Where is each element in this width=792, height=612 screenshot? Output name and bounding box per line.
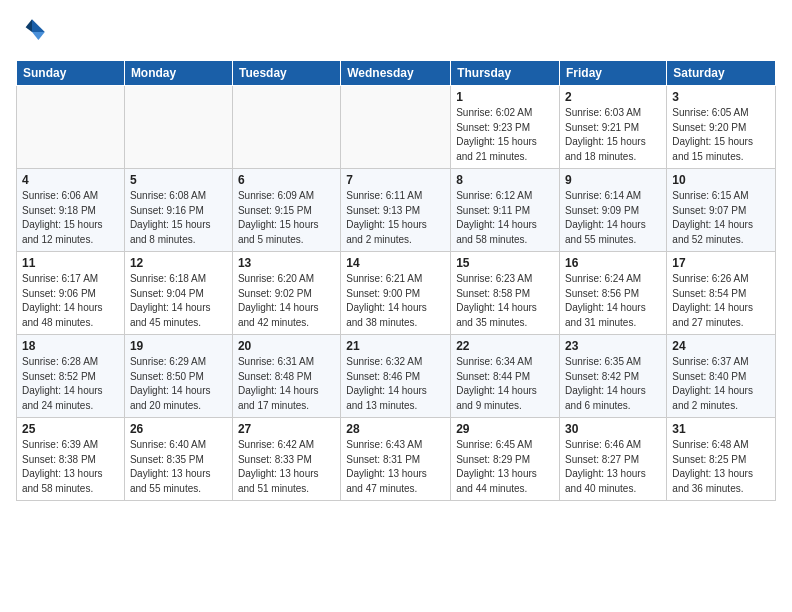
header-sunday: Sunday (17, 61, 125, 86)
day-info: Sunrise: 6:39 AMSunset: 8:38 PMDaylight:… (22, 438, 119, 496)
day-number: 4 (22, 173, 119, 187)
day-cell: 13Sunrise: 6:20 AMSunset: 9:02 PMDayligh… (232, 252, 340, 335)
day-info: Sunrise: 6:20 AMSunset: 9:02 PMDaylight:… (238, 272, 335, 330)
day-cell: 27Sunrise: 6:42 AMSunset: 8:33 PMDayligh… (232, 418, 340, 501)
day-cell: 25Sunrise: 6:39 AMSunset: 8:38 PMDayligh… (17, 418, 125, 501)
day-number: 15 (456, 256, 554, 270)
day-number: 27 (238, 422, 335, 436)
day-info: Sunrise: 6:32 AMSunset: 8:46 PMDaylight:… (346, 355, 445, 413)
week-row-5: 25Sunrise: 6:39 AMSunset: 8:38 PMDayligh… (17, 418, 776, 501)
day-info: Sunrise: 6:40 AMSunset: 8:35 PMDaylight:… (130, 438, 227, 496)
day-number: 19 (130, 339, 227, 353)
day-info: Sunrise: 6:12 AMSunset: 9:11 PMDaylight:… (456, 189, 554, 247)
day-info: Sunrise: 6:24 AMSunset: 8:56 PMDaylight:… (565, 272, 661, 330)
day-number: 14 (346, 256, 445, 270)
week-row-4: 18Sunrise: 6:28 AMSunset: 8:52 PMDayligh… (17, 335, 776, 418)
day-number: 25 (22, 422, 119, 436)
day-info: Sunrise: 6:48 AMSunset: 8:25 PMDaylight:… (672, 438, 770, 496)
calendar: SundayMondayTuesdayWednesdayThursdayFrid… (16, 60, 776, 501)
day-info: Sunrise: 6:31 AMSunset: 8:48 PMDaylight:… (238, 355, 335, 413)
day-number: 17 (672, 256, 770, 270)
day-info: Sunrise: 6:11 AMSunset: 9:13 PMDaylight:… (346, 189, 445, 247)
svg-marker-0 (32, 19, 45, 32)
day-info: Sunrise: 6:34 AMSunset: 8:44 PMDaylight:… (456, 355, 554, 413)
header-wednesday: Wednesday (341, 61, 451, 86)
day-info: Sunrise: 6:46 AMSunset: 8:27 PMDaylight:… (565, 438, 661, 496)
week-row-2: 4Sunrise: 6:06 AMSunset: 9:18 PMDaylight… (17, 169, 776, 252)
day-cell: 15Sunrise: 6:23 AMSunset: 8:58 PMDayligh… (451, 252, 560, 335)
header-monday: Monday (124, 61, 232, 86)
day-cell: 6Sunrise: 6:09 AMSunset: 9:15 PMDaylight… (232, 169, 340, 252)
day-info: Sunrise: 6:23 AMSunset: 8:58 PMDaylight:… (456, 272, 554, 330)
day-number: 2 (565, 90, 661, 104)
day-info: Sunrise: 6:42 AMSunset: 8:33 PMDaylight:… (238, 438, 335, 496)
day-number: 9 (565, 173, 661, 187)
day-cell: 5Sunrise: 6:08 AMSunset: 9:16 PMDaylight… (124, 169, 232, 252)
day-number: 29 (456, 422, 554, 436)
day-info: Sunrise: 6:17 AMSunset: 9:06 PMDaylight:… (22, 272, 119, 330)
day-cell: 1Sunrise: 6:02 AMSunset: 9:23 PMDaylight… (451, 86, 560, 169)
day-info: Sunrise: 6:29 AMSunset: 8:50 PMDaylight:… (130, 355, 227, 413)
day-cell: 26Sunrise: 6:40 AMSunset: 8:35 PMDayligh… (124, 418, 232, 501)
day-number: 12 (130, 256, 227, 270)
day-info: Sunrise: 6:09 AMSunset: 9:15 PMDaylight:… (238, 189, 335, 247)
day-cell: 9Sunrise: 6:14 AMSunset: 9:09 PMDaylight… (560, 169, 667, 252)
day-number: 6 (238, 173, 335, 187)
day-cell (232, 86, 340, 169)
day-info: Sunrise: 6:06 AMSunset: 9:18 PMDaylight:… (22, 189, 119, 247)
day-number: 22 (456, 339, 554, 353)
day-cell: 8Sunrise: 6:12 AMSunset: 9:11 PMDaylight… (451, 169, 560, 252)
header-friday: Friday (560, 61, 667, 86)
day-cell: 16Sunrise: 6:24 AMSunset: 8:56 PMDayligh… (560, 252, 667, 335)
logo-icon (16, 16, 48, 48)
day-info: Sunrise: 6:43 AMSunset: 8:31 PMDaylight:… (346, 438, 445, 496)
day-info: Sunrise: 6:18 AMSunset: 9:04 PMDaylight:… (130, 272, 227, 330)
day-number: 5 (130, 173, 227, 187)
svg-marker-1 (32, 32, 45, 40)
day-number: 7 (346, 173, 445, 187)
day-number: 8 (456, 173, 554, 187)
day-info: Sunrise: 6:21 AMSunset: 9:00 PMDaylight:… (346, 272, 445, 330)
day-cell: 22Sunrise: 6:34 AMSunset: 8:44 PMDayligh… (451, 335, 560, 418)
day-number: 10 (672, 173, 770, 187)
day-cell (124, 86, 232, 169)
day-number: 18 (22, 339, 119, 353)
day-number: 23 (565, 339, 661, 353)
header-saturday: Saturday (667, 61, 776, 86)
day-info: Sunrise: 6:05 AMSunset: 9:20 PMDaylight:… (672, 106, 770, 164)
day-number: 21 (346, 339, 445, 353)
day-cell (17, 86, 125, 169)
day-info: Sunrise: 6:45 AMSunset: 8:29 PMDaylight:… (456, 438, 554, 496)
day-number: 13 (238, 256, 335, 270)
day-cell: 7Sunrise: 6:11 AMSunset: 9:13 PMDaylight… (341, 169, 451, 252)
header-tuesday: Tuesday (232, 61, 340, 86)
page-header (16, 16, 776, 48)
day-info: Sunrise: 6:02 AMSunset: 9:23 PMDaylight:… (456, 106, 554, 164)
day-info: Sunrise: 6:37 AMSunset: 8:40 PMDaylight:… (672, 355, 770, 413)
header-thursday: Thursday (451, 61, 560, 86)
day-cell: 11Sunrise: 6:17 AMSunset: 9:06 PMDayligh… (17, 252, 125, 335)
day-cell: 17Sunrise: 6:26 AMSunset: 8:54 PMDayligh… (667, 252, 776, 335)
day-cell: 19Sunrise: 6:29 AMSunset: 8:50 PMDayligh… (124, 335, 232, 418)
day-cell: 18Sunrise: 6:28 AMSunset: 8:52 PMDayligh… (17, 335, 125, 418)
day-cell: 3Sunrise: 6:05 AMSunset: 9:20 PMDaylight… (667, 86, 776, 169)
day-cell: 30Sunrise: 6:46 AMSunset: 8:27 PMDayligh… (560, 418, 667, 501)
day-cell: 20Sunrise: 6:31 AMSunset: 8:48 PMDayligh… (232, 335, 340, 418)
day-info: Sunrise: 6:28 AMSunset: 8:52 PMDaylight:… (22, 355, 119, 413)
day-cell (341, 86, 451, 169)
day-cell: 14Sunrise: 6:21 AMSunset: 9:00 PMDayligh… (341, 252, 451, 335)
day-number: 11 (22, 256, 119, 270)
day-info: Sunrise: 6:03 AMSunset: 9:21 PMDaylight:… (565, 106, 661, 164)
day-cell: 2Sunrise: 6:03 AMSunset: 9:21 PMDaylight… (560, 86, 667, 169)
week-row-3: 11Sunrise: 6:17 AMSunset: 9:06 PMDayligh… (17, 252, 776, 335)
day-number: 3 (672, 90, 770, 104)
day-cell: 29Sunrise: 6:45 AMSunset: 8:29 PMDayligh… (451, 418, 560, 501)
day-info: Sunrise: 6:26 AMSunset: 8:54 PMDaylight:… (672, 272, 770, 330)
day-info: Sunrise: 6:15 AMSunset: 9:07 PMDaylight:… (672, 189, 770, 247)
day-number: 30 (565, 422, 661, 436)
calendar-header-row: SundayMondayTuesdayWednesdayThursdayFrid… (17, 61, 776, 86)
day-cell: 23Sunrise: 6:35 AMSunset: 8:42 PMDayligh… (560, 335, 667, 418)
day-cell: 31Sunrise: 6:48 AMSunset: 8:25 PMDayligh… (667, 418, 776, 501)
day-number: 26 (130, 422, 227, 436)
day-info: Sunrise: 6:08 AMSunset: 9:16 PMDaylight:… (130, 189, 227, 247)
